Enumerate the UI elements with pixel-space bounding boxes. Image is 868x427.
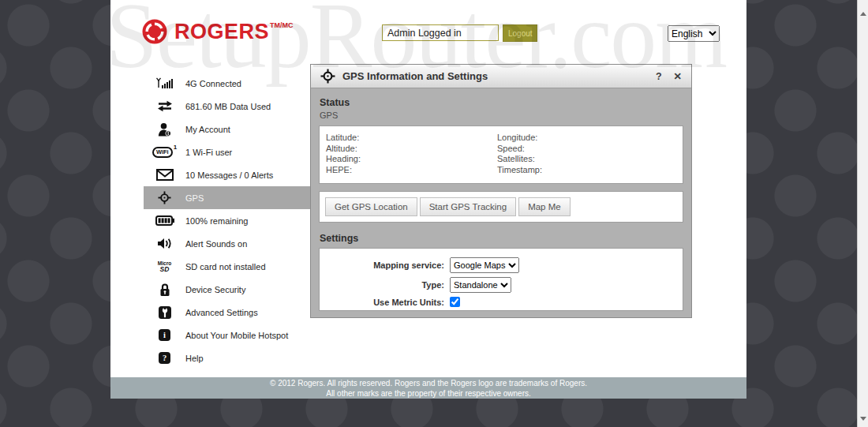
sidebar-item-label: 1 Wi-Fi user	[185, 148, 232, 157]
metric-units-row: Use Metric Units:	[320, 297, 683, 307]
rogers-logo: ROGERS TM/MC	[140, 17, 294, 46]
gps-panel: GPS Information and Settings ? ✕ Status …	[310, 64, 692, 318]
status-column-left: Latitude: Altitude: Heading: HEPE:	[326, 133, 497, 183]
sidebar-item-sd-card[interactable]: Micro SD SD card not installed	[144, 255, 310, 278]
status-field: Longitude:	[497, 133, 683, 144]
messages-icon	[154, 169, 175, 181]
sidebar-item-label: Device Security	[185, 285, 245, 294]
account-icon	[154, 122, 175, 137]
panel-title: GPS Information and Settings	[342, 70, 644, 82]
sidebar-item-my-account[interactable]: My Account	[144, 118, 310, 140]
wifi-icon: WiFi1	[154, 147, 175, 158]
sidebar-item-label: GPS	[185, 193, 204, 203]
scroll-up-arrow-icon[interactable]	[860, 12, 866, 16]
status-field: Timestamp:	[497, 165, 683, 176]
status-field: Altitude:	[326, 144, 497, 155]
mapping-service-row: Mapping service: Google Maps	[320, 257, 683, 273]
battery-icon	[154, 215, 175, 226]
speaker-icon	[154, 238, 175, 249]
login-status-field[interactable]	[382, 24, 499, 41]
gps-status-box: Latitude: Altitude: Heading: HEPE: Longi…	[319, 125, 683, 184]
sidebar: 4G Connected 681.60 MB Data Used	[144, 72, 310, 369]
scroll-down-arrow-icon[interactable]	[860, 417, 866, 421]
info-icon: i	[154, 329, 175, 341]
sidebar-item-device-security[interactable]: Device Security	[144, 278, 310, 301]
sidebar-item-label: 681.60 MB Data Used	[185, 102, 271, 111]
status-column-right: Longitude: Speed: Satellites: Timestamp:	[497, 133, 683, 183]
sidebar-item-label: SD card not installed	[185, 262, 266, 272]
data-usage-icon	[154, 100, 175, 112]
map-me-button[interactable]: Map Me	[518, 197, 571, 216]
gps-settings-box: Mapping service: Google Maps Type: Stand…	[319, 248, 683, 311]
type-select[interactable]: Standalone	[450, 277, 511, 293]
rogers-logo-icon	[140, 17, 169, 46]
footer-line2: All other marks are the property of thei…	[110, 389, 746, 399]
panel-close-button[interactable]: ✕	[674, 70, 682, 82]
lock-icon	[154, 283, 175, 297]
page-background: ROGERS TM/MC Logout English	[0, 0, 868, 427]
footer: © 2012 Rogers. All rights reserved. Roge…	[110, 377, 746, 399]
start-gps-tracking-button[interactable]: Start GPS Tracking	[420, 197, 516, 216]
sidebar-item-about[interactable]: i About Your Mobile Hotspot	[144, 324, 310, 346]
status-heading: Status	[320, 97, 683, 108]
status-field: Speed:	[497, 144, 683, 155]
sidebar-item-advanced-settings[interactable]: Advanced Settings	[144, 301, 310, 324]
wrench-icon	[154, 306, 175, 319]
sidebar-item-label: About Your Mobile Hotspot	[185, 331, 288, 340]
metric-units-label: Use Metric Units:	[320, 298, 450, 307]
sidebar-item-label: Alert Sounds on	[185, 239, 247, 249]
mapping-service-select[interactable]: Google Maps	[450, 257, 519, 273]
status-field: Latitude:	[326, 133, 497, 144]
sidebar-item-alert-sounds[interactable]: Alert Sounds on	[144, 232, 310, 255]
gps-panel-header: GPS Information and Settings ? ✕	[311, 65, 691, 88]
sidebar-item-label: Help	[185, 354, 204, 363]
gps-icon	[154, 191, 175, 204]
gps-panel-body: Status GPS Latitude: Altitude: Heading: …	[311, 88, 691, 316]
sidebar-item-label: Advanced Settings	[185, 308, 258, 317]
help-icon: ?	[154, 352, 175, 364]
get-gps-location-button[interactable]: Get GPS Location	[325, 197, 417, 216]
metric-units-checkbox[interactable]	[450, 297, 460, 307]
sidebar-item-gps[interactable]: GPS	[144, 186, 310, 209]
mapping-service-label: Mapping service:	[320, 260, 450, 270]
type-label: Type:	[320, 280, 450, 290]
sidebar-item-label: 10 Messages / 0 Alerts	[185, 170, 273, 180]
sidebar-item-data-usage[interactable]: 681.60 MB Data Used	[144, 95, 310, 118]
sidebar-item-wifi-users[interactable]: WiFi1 1 Wi-Fi user	[144, 140, 310, 163]
status-field: Heading:	[326, 154, 497, 165]
type-row: Type: Standalone	[320, 277, 683, 293]
microsd-icon: Micro SD	[154, 261, 175, 272]
brand-name: ROGERS	[174, 17, 269, 46]
brand-trademark: TM/MC	[270, 21, 294, 29]
sidebar-item-battery[interactable]: 100% remaining	[144, 209, 310, 232]
sidebar-item-label: 100% remaining	[185, 216, 249, 226]
gps-crosshair-icon	[320, 69, 335, 84]
language-select[interactable]: English	[668, 25, 720, 42]
logout-button[interactable]: Logout	[503, 24, 537, 42]
sidebar-item-connection[interactable]: 4G Connected	[144, 72, 310, 95]
sidebar-item-label: 4G Connected	[185, 79, 241, 88]
sidebar-item-label: My Account	[185, 125, 230, 134]
panel-help-button[interactable]: ?	[656, 71, 662, 82]
signal-icon	[154, 77, 175, 89]
settings-heading: Settings	[320, 233, 683, 244]
scrollbar[interactable]	[857, 0, 868, 427]
sidebar-item-help[interactable]: ? Help	[144, 346, 310, 369]
sidebar-item-messages[interactable]: 10 Messages / 0 Alerts	[144, 163, 310, 186]
footer-line1: © 2012 Rogers. All rights reserved. Roge…	[110, 379, 746, 389]
status-field: Satellites:	[497, 154, 683, 165]
status-subheading: GPS	[320, 110, 683, 120]
gps-actions-box: Get GPS Location Start GPS Tracking Map …	[319, 191, 683, 223]
status-field: HEPE:	[326, 165, 497, 176]
